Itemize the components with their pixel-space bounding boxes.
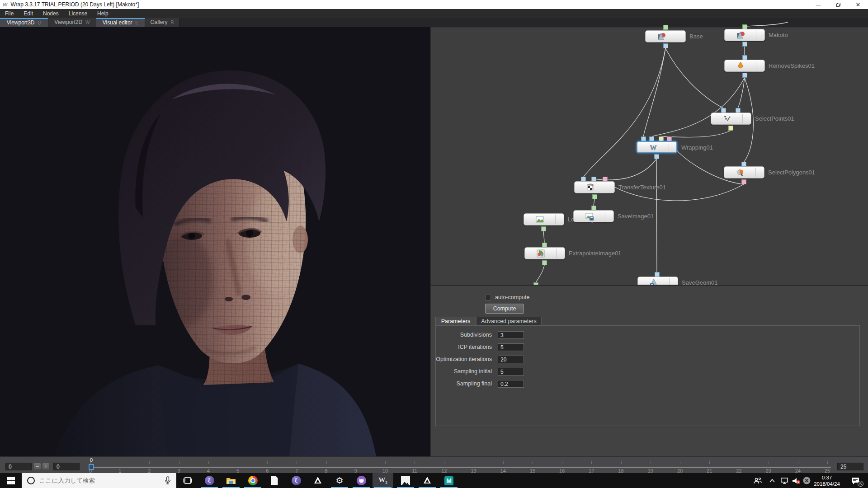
port-base-in[interactable] [663, 25, 668, 30]
taskbar-app-file-explorer[interactable] [221, 473, 241, 488]
timeline-tick [149, 461, 150, 464]
tab-parameters[interactable]: Parameters [435, 317, 476, 325]
task-view-button[interactable] [177, 473, 198, 488]
volume-muted-icon[interactable] [790, 473, 802, 488]
menu-bar: File Edit Nodes License Help [0, 9, 868, 18]
taskbar-app-notepad[interactable] [264, 473, 285, 488]
node-wrapping[interactable]: W Wrapping01 [637, 141, 677, 153]
param-label-optimization-iterations: Optimization iterations [436, 356, 492, 362]
hidden-icons-chevron[interactable] [767, 473, 778, 488]
port-loadimage-out[interactable] [541, 226, 546, 231]
timeline-end-field[interactable] [837, 463, 863, 470]
tab-viewport2d[interactable]: Viewport2DW [48, 18, 96, 27]
network-icon[interactable] [778, 473, 790, 488]
node-transfertexture[interactable]: TransferTexture01 [574, 181, 615, 193]
tab-advanced-parameters[interactable]: Advanced parameters [476, 317, 542, 325]
node-selectpolygons[interactable]: SelectPolygons01 [724, 166, 764, 178]
tab-visual-editor[interactable]: Visual editorE [96, 18, 145, 27]
timeline-tick [120, 461, 120, 464]
node-selectpoints[interactable]: SelectPoints01 [711, 113, 751, 125]
close-button[interactable]: ✕ [848, 0, 868, 9]
minimize-button[interactable]: — [808, 0, 828, 9]
port-makoto-out[interactable] [742, 42, 747, 47]
timeline-start-field[interactable] [5, 463, 32, 470]
taskbar-app-unity-2[interactable] [417, 473, 438, 488]
param-input-subdivisions[interactable] [498, 331, 524, 339]
taskbar-search[interactable] [22, 473, 176, 488]
node-removespikes[interactable]: RemoveSpikes01 [724, 60, 765, 72]
taskbar-app-photos[interactable] [395, 473, 416, 488]
port-removespikes-out[interactable] [742, 73, 747, 78]
auto-compute-checkbox[interactable] [485, 295, 491, 300]
timeline-tick [503, 461, 504, 464]
emacs-icon: ξ [205, 476, 214, 485]
start-button[interactable] [0, 473, 22, 488]
restore-button[interactable] [828, 0, 848, 9]
taskbar-app-unity[interactable] [307, 473, 328, 488]
task-view-icon [183, 477, 192, 485]
param-input-optimization-iterations[interactable] [498, 356, 524, 363]
node-saveimage[interactable]: SaveImage01 [573, 210, 614, 222]
menu-edit[interactable]: Edit [19, 9, 38, 18]
restore-icon [836, 3, 840, 7]
windows-taskbar: ξ ξ ⚙ W3 M [0, 473, 868, 488]
timeline-handle[interactable] [89, 464, 94, 470]
viewport-3d[interactable] [0, 27, 430, 456]
taskbar-app-emacs[interactable]: ξ [199, 473, 220, 488]
timeline-minus-button[interactable]: − [33, 463, 41, 470]
port-selectpoints-out[interactable] [728, 126, 733, 131]
timeline-tick [238, 461, 238, 464]
taskbar-app-maya[interactable]: M [439, 473, 459, 488]
taskbar-app-chrome[interactable] [242, 473, 263, 488]
port-extrapolate-out[interactable] [542, 260, 547, 265]
param-input-icp-iterations[interactable] [498, 343, 524, 351]
tab-bar: Viewport3DQ Viewport2DW Visual editorE G… [0, 18, 868, 27]
port-transfertexture-out[interactable] [592, 194, 597, 199]
unity-icon [422, 476, 432, 486]
taskbar-app-github-desktop[interactable] [351, 473, 372, 488]
windows-logo-icon [7, 477, 15, 484]
transfer-texture-icon [585, 183, 595, 192]
timeline-plus-button[interactable]: + [42, 463, 50, 470]
app-icon: W [3, 2, 7, 7]
port-base-out[interactable] [663, 43, 668, 48]
port-selectpolygons-out[interactable] [741, 179, 746, 184]
tab-gallery[interactable]: GalleryR [145, 18, 179, 27]
tab-viewport3d[interactable]: Viewport3DQ [0, 18, 48, 27]
node-extrapolateimage[interactable]: ExtrapolateImage01 [524, 247, 565, 259]
node-loadimage[interactable]: LoadImage02 [524, 213, 564, 225]
title-bar[interactable]: W Wrap 3.3.17 TRIAL PERIOD (20 Days Left… [0, 0, 868, 9]
node-base[interactable]: Base [645, 30, 686, 42]
timeline-tick [474, 461, 474, 464]
gear-icon: ⚙ [335, 475, 343, 486]
menu-help[interactable]: Help [92, 9, 113, 18]
search-input[interactable] [39, 477, 165, 484]
timeline-current-field[interactable] [53, 463, 80, 470]
port-wrapping-out[interactable] [654, 154, 659, 159]
param-input-sampling-initial[interactable] [498, 368, 524, 375]
remove-spikes-icon [736, 61, 745, 71]
timeline-tick [326, 461, 327, 464]
menu-nodes[interactable]: Nodes [38, 9, 64, 18]
menu-file[interactable]: File [0, 9, 19, 18]
microphone-icon[interactable] [165, 476, 171, 485]
auto-compute-label: auto-compute [495, 294, 529, 300]
timeline-tick [769, 461, 769, 464]
timeline-track[interactable] [93, 466, 831, 468]
github-icon [357, 476, 366, 485]
taskbar-clock[interactable]: 0:37 2018/04/24 [810, 474, 844, 487]
taskbar-app-settings[interactable]: ⚙ [329, 473, 350, 488]
taskbar-app-wrap[interactable]: W3 [373, 473, 393, 488]
timeline-tick [415, 461, 415, 464]
compute-button[interactable]: Compute [485, 304, 524, 314]
param-input-sampling-final[interactable] [498, 380, 524, 388]
menu-license[interactable]: License [64, 9, 92, 18]
node-graph-editor[interactable]: Base Makoto RemoveSpikes01 SelectPoints0… [431, 27, 868, 286]
node-makoto[interactable]: Makoto [724, 29, 765, 41]
window-title: Wrap 3.3.17 TRIAL PERIOD (20 Days Left) … [10, 1, 139, 8]
unity-icon [313, 476, 323, 486]
people-icon[interactable] [750, 473, 765, 488]
param-label-subdivisions: Subdivisions [460, 332, 492, 338]
action-center-button[interactable]: 5 [846, 473, 864, 488]
taskbar-app-emacs-2[interactable]: ξ [286, 473, 307, 488]
